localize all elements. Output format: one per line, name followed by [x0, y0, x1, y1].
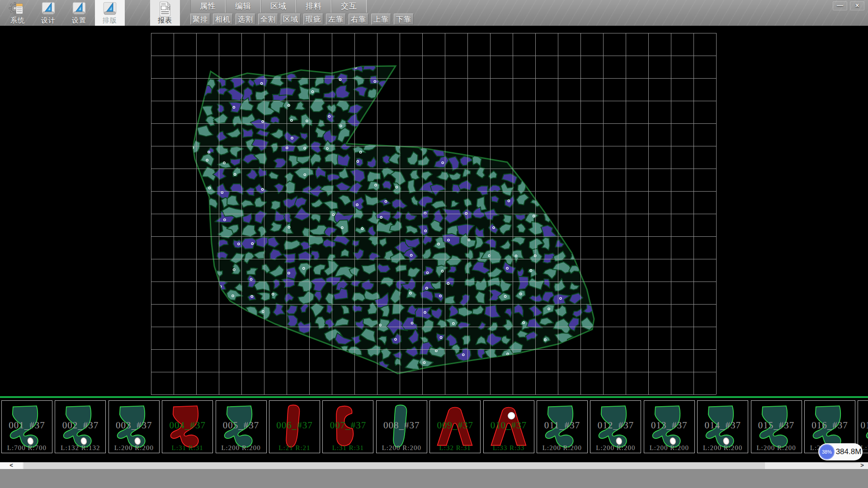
tool-button-10[interactable]: 下靠	[394, 14, 414, 25]
thumbnail-013[interactable]: 013_#37L:200 R:200	[644, 400, 695, 453]
toolbar-button-label: 报表	[150, 16, 180, 25]
thumbnail-label: 003_#37	[109, 420, 159, 431]
thumbnail-lr-count: L:200 R:200	[537, 444, 587, 452]
toolbar-button-4[interactable]: 排版	[95, 0, 125, 26]
window-controls: — ×	[833, 1, 864, 10]
tool-button-1[interactable]: 聚排	[190, 14, 210, 25]
thumbnail-label: 014_#37	[698, 420, 748, 431]
thumbnail-007[interactable]: 007_#37L:31 R:31	[322, 400, 373, 453]
thumbnail-005[interactable]: 005_#37L:200 R:200	[216, 400, 267, 453]
tool-button-5[interactable]: 区域	[281, 14, 301, 25]
close-button[interactable]: ×	[850, 1, 864, 10]
thumbnail-lr-count: L:31 R:31	[162, 444, 212, 452]
title-toolbar: 系统设计设置排版报表 属性编辑区域排料交互 聚排相机选割全割区域瑕疵左靠右靠上靠…	[0, 0, 868, 26]
tool-button-6[interactable]: 瑕疵	[303, 14, 323, 25]
tool-button-row: 聚排相机选割全割区域瑕疵左靠右靠上靠下靠	[190, 14, 414, 25]
thumbnail-003[interactable]: 003_#37L:200 R:200	[108, 400, 160, 453]
thumbnail-012[interactable]: 012_#37L:200 R:200	[590, 400, 641, 453]
thumbnail-label: 013_#37	[644, 420, 694, 431]
thumbnail-lr-count: L:132 R:132	[55, 444, 105, 452]
thumbnail-lr-count: L:200 R:200	[751, 444, 802, 452]
scroll-right-button[interactable]: >	[857, 462, 867, 469]
toolbar-button-2[interactable]: 设计	[33, 0, 63, 26]
scrollbar-thumb[interactable]	[24, 462, 765, 469]
setsquare-icon	[101, 0, 119, 18]
horizontal-scrollbar[interactable]: < >	[0, 462, 868, 469]
nesting-application-window: 系统设计设置排版报表 属性编辑区域排料交互 聚排相机选割全割区域瑕疵左靠右靠上靠…	[0, 0, 868, 488]
thumbnail-label: 004_#37	[162, 420, 212, 431]
tool-button-2[interactable]: 相机	[213, 14, 233, 25]
thumbnail-lr-count: L:200 R:200	[698, 444, 748, 452]
thumbnail-label: 008_#37	[377, 420, 427, 431]
status-bar	[0, 469, 868, 488]
thumbnail-lr-count: L:200 R:200	[109, 444, 159, 452]
tool-button-4[interactable]: 全割	[258, 14, 278, 25]
thumbnail-label: 009_#37	[430, 420, 480, 431]
toolbar-button-3[interactable]: 设置	[64, 0, 94, 26]
thumbnail-label: 010_#37	[484, 420, 534, 431]
thumbnail-label: 001_#37	[2, 420, 52, 431]
tool-button-7[interactable]: 左靠	[326, 14, 346, 25]
toolbar-button-label: 系统	[3, 16, 33, 25]
thumbnail-label: 007_#37	[323, 420, 373, 431]
thumbnail-label: 012_#37	[590, 420, 641, 431]
toolbar-button-label: 设置	[64, 16, 94, 25]
setsquare-icon	[39, 0, 57, 18]
thumbnail-lr-count: L:200 R:200	[216, 444, 266, 452]
toolbar-button-5[interactable]: 报表	[150, 0, 180, 26]
piece-thumbnail-strip: 001_#37L:700 R:700002_#37L:132 R:132003_…	[0, 396, 868, 462]
setsquare-icon	[70, 0, 88, 18]
tool-button-8[interactable]: 右靠	[349, 14, 368, 25]
nesting-canvas-svg[interactable]	[0, 26, 868, 396]
thumbnail-011[interactable]: 011_#37L:200 R:200	[537, 400, 588, 453]
thumbnail-label: 015_#37	[751, 420, 802, 431]
thumbnail-lr-count: L:32 R:31	[430, 444, 480, 452]
tool-button-3[interactable]: 选割	[236, 14, 255, 25]
thumbnail-lr-count: L:200 R:200	[377, 444, 427, 452]
thumbnail-014[interactable]: 014_#37L:200 R:200	[697, 400, 748, 453]
menu-tab-5[interactable]: 交互	[331, 0, 367, 13]
strip-divider-line	[0, 396, 868, 398]
report-icon	[156, 0, 174, 18]
memory-usage-badge: 38% 384.8M	[818, 443, 863, 460]
thumbnail-008[interactable]: 008_#37L:200 R:200	[376, 400, 427, 453]
thumbnail-label: 017_#37	[858, 420, 868, 431]
thumbnail-lr-count: L:700 R:700	[2, 444, 52, 452]
toolbar-button-label: 设计	[33, 16, 63, 25]
thumbnail-label: 006_#37	[269, 420, 320, 431]
menu-tab-4[interactable]: 排料	[296, 0, 331, 13]
nested-pieces	[187, 63, 594, 371]
scroll-left-button[interactable]: <	[0, 462, 23, 469]
thumbnail-lr-count: L:21 R:21	[269, 444, 320, 452]
thumbnail-001[interactable]: 001_#37L:700 R:700	[1, 400, 52, 453]
thumbnail-label: 005_#37	[216, 420, 266, 431]
thumbnail-lr-count: L:33 R:33	[484, 444, 534, 452]
memory-value: 384.8M	[835, 447, 863, 456]
tool-button-9[interactable]: 上靠	[371, 14, 391, 25]
main-toolbar: 系统设计设置排版报表	[3, 0, 180, 26]
thumbnail-label: 011_#37	[537, 420, 587, 431]
menu-tab-row: 属性编辑区域排料交互	[190, 0, 367, 13]
toolbar-button-1[interactable]: 系统	[3, 0, 33, 26]
menu-tab-1[interactable]: 属性	[190, 0, 226, 13]
menu-tab-2[interactable]: 编辑	[226, 0, 261, 13]
thumbnail-label: 016_#37	[805, 420, 855, 431]
toolbar-button-label: 排版	[95, 16, 125, 25]
thumbnail-lr-count: L:200 R:200	[644, 444, 694, 452]
menu-tab-3[interactable]: 区域	[261, 0, 296, 13]
progress-circle: 38%	[819, 444, 835, 460]
nesting-canvas[interactable]	[0, 26, 868, 396]
thumbnail-label: 002_#37	[55, 420, 105, 431]
thumbnail-lr-count: L:200 R:200	[590, 444, 641, 452]
thumbnail-002[interactable]: 002_#37L:132 R:132	[55, 400, 106, 453]
thumbnail-009[interactable]: 009_#37L:32 R:31	[429, 400, 481, 453]
minimize-button[interactable]: —	[833, 1, 847, 10]
thumbnail-006[interactable]: 006_#37L:21 R:21	[269, 400, 320, 453]
thumbnail-lr-count: L:31 R:31	[323, 444, 373, 452]
gear-doc-icon	[9, 0, 27, 18]
thumbnail-015[interactable]: 015_#37L:200 R:200	[751, 400, 802, 453]
thumbnail-004[interactable]: 004_#37L:31 R:31	[162, 400, 213, 453]
thumbnail-010[interactable]: 010_#37L:33 R:33	[483, 400, 534, 453]
